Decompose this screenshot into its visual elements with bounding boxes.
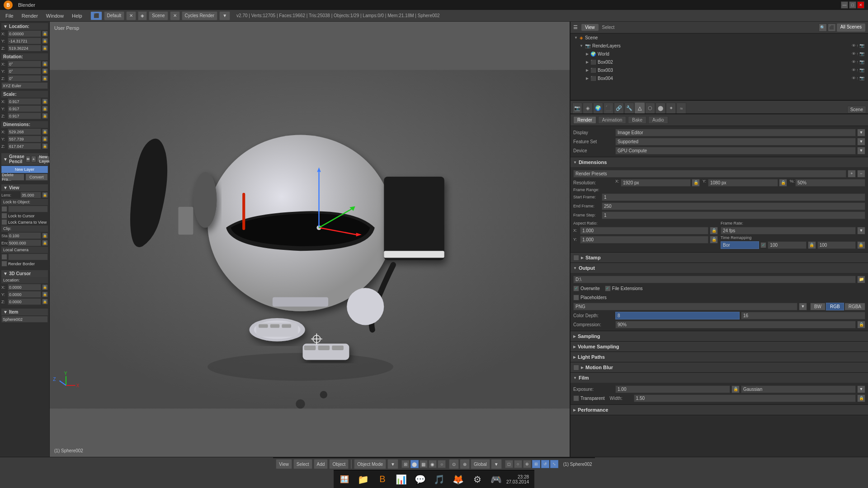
material-btn[interactable]: ◉: [429, 460, 437, 468]
scale-x[interactable]: 0.917: [8, 98, 41, 105]
bor-field[interactable]: Bor: [721, 241, 759, 249]
dimensions-header[interactable]: ▼ Dimensions: [571, 157, 868, 167]
old-field[interactable]: 100: [768, 241, 806, 249]
taskbar-app8[interactable]: 🎮: [487, 471, 505, 488]
clip-start-value[interactable]: 0.100: [8, 232, 41, 239]
maximize-button[interactable]: □: [849, 1, 856, 9]
wireframe-btn[interactable]: ⊞: [401, 460, 410, 468]
lock-to-object-field[interactable]: [8, 206, 48, 212]
props-tab-material[interactable]: ⬡: [645, 103, 655, 113]
resolution-x[interactable]: 1920 px: [621, 179, 691, 187]
props-tab-modifiers[interactable]: 🔧: [624, 103, 634, 113]
rotation-z-lock[interactable]: 🔒: [42, 75, 48, 81]
color-mode-bw[interactable]: BW: [810, 303, 826, 310]
render-presets-value[interactable]: Render Presets: [573, 170, 846, 178]
color-mode-rgb[interactable]: RGB: [826, 303, 844, 310]
texture-btn[interactable]: ▦: [420, 460, 428, 468]
aspect-y[interactable]: 1.000: [580, 236, 708, 244]
render-btn[interactable]: ○: [438, 460, 446, 468]
location-y-lock[interactable]: 🔒: [42, 38, 48, 44]
location-z-lock[interactable]: 🔒: [42, 45, 48, 51]
display-dropdown-btn[interactable]: ▼: [857, 129, 865, 136]
solid-btn[interactable]: ⬤: [410, 460, 419, 468]
location-z[interactable]: 519.36224: [8, 45, 41, 52]
resolution-pct[interactable]: 50%: [795, 179, 865, 187]
scene-item-world[interactable]: ▶ 🌍 World 👁 ↑ 📷: [571, 50, 868, 58]
start-frame[interactable]: 1: [602, 193, 865, 201]
rotation-mode[interactable]: XYZ Euler: [1, 82, 48, 89]
taskbar-app2[interactable]: B: [373, 471, 392, 488]
proportional-btn[interactable]: ○: [514, 460, 522, 468]
location-y[interactable]: -14.31721: [8, 38, 41, 44]
aspect-x-lock[interactable]: 🔒: [710, 227, 718, 235]
engine-select[interactable]: Cycles Render: [182, 11, 218, 20]
color-mode-rgba[interactable]: RGBA: [844, 303, 865, 310]
taskbar-start[interactable]: 🪟: [335, 471, 354, 488]
props-tab-object[interactable]: ⬛: [604, 103, 613, 113]
scale-x-lock[interactable]: 🔒: [42, 99, 48, 104]
frame-step[interactable]: 1: [602, 211, 865, 219]
rotate-widget-btn[interactable]: ↺: [541, 460, 549, 468]
props-tab-scene[interactable]: ◈: [583, 103, 593, 113]
grease-pencil-draw-btn[interactable]: ✏: [26, 156, 30, 162]
scene-item-scene[interactable]: ▼ ◈ Scene: [571, 33, 868, 42]
outliner-tab-allscenes[interactable]: All Scenes: [837, 23, 865, 32]
add-menu-btn[interactable]: Add: [314, 459, 328, 469]
pivot-btn[interactable]: ⊙: [449, 459, 459, 469]
editor-type-btn[interactable]: ⬛: [90, 11, 102, 20]
clip-end-value[interactable]: 5000.000: [8, 239, 41, 246]
select-menu-btn[interactable]: Select: [293, 459, 312, 469]
props-tab-texture[interactable]: ⬤: [656, 103, 665, 113]
props-scene-label[interactable]: Scene: [847, 106, 866, 113]
dim-x[interactable]: 529.268: [8, 128, 41, 135]
dim-y[interactable]: 557.739: [8, 136, 41, 142]
compression-lock[interactable]: 🔒: [857, 321, 865, 328]
taskbar-app6[interactable]: 🦊: [449, 471, 467, 488]
width-value[interactable]: 1.50: [634, 394, 856, 402]
location-x-lock[interactable]: 🔒: [42, 31, 48, 37]
scale-z-lock[interactable]: 🔒: [42, 113, 48, 119]
new-field[interactable]: 100: [817, 241, 856, 249]
rotation-z[interactable]: 0°: [8, 75, 41, 82]
dim-z[interactable]: 617.047: [8, 143, 41, 150]
taskbar-app7[interactable]: ⚙: [468, 471, 486, 488]
menu-help[interactable]: Help: [68, 12, 86, 19]
lock-to-object-checkbox[interactable]: [1, 206, 7, 212]
filter-dropdown[interactable]: ▼: [857, 385, 865, 393]
render-tab-animation[interactable]: Animation: [598, 116, 626, 124]
format-dropdown[interactable]: ▼: [799, 303, 807, 310]
motion-blur-checkbox[interactable]: [573, 365, 579, 371]
render-border-checkbox[interactable]: [1, 261, 7, 267]
filter-type[interactable]: Gaussian: [741, 385, 856, 393]
volume-sampling-header[interactable]: ▶ Volume Sampling: [571, 342, 868, 352]
exposure-value[interactable]: 1.00: [615, 385, 730, 393]
feature-set-value[interactable]: Supported: [615, 138, 856, 145]
resolution-y[interactable]: 1080 px: [708, 179, 778, 187]
rotation-y-lock[interactable]: 🔒: [42, 68, 48, 74]
new-layer-button[interactable]: New Layer: [1, 166, 48, 173]
scene-label[interactable]: Scene: [149, 11, 168, 20]
3d-viewport[interactable]: User Persp: [50, 22, 570, 457]
delete-frame-button[interactable]: Delete Fra...: [1, 174, 24, 181]
scene-item-box002[interactable]: ▶ ⬛ Box002 👁 ↑ 📷: [571, 58, 868, 66]
outliner-scene-btn[interactable]: ⬛: [828, 23, 836, 32]
feature-set-dropdown[interactable]: ▼: [857, 138, 865, 145]
props-tab-world[interactable]: 🌍: [593, 103, 603, 113]
engine-toggle[interactable]: ▼: [219, 11, 230, 20]
local-camera-checkbox[interactable]: [1, 254, 7, 260]
placeholders-checkbox[interactable]: [573, 295, 579, 300]
output-header[interactable]: ▼ Output: [571, 263, 868, 273]
compression-value[interactable]: 90%: [615, 321, 856, 328]
resolution-y-lock[interactable]: 🔒: [779, 179, 787, 187]
props-tab-physics[interactable]: ≈: [676, 103, 686, 113]
overwrite-checkbox[interactable]: [573, 286, 579, 291]
grease-pencil-add-btn[interactable]: +: [31, 156, 36, 162]
rotation-x[interactable]: 0°: [8, 61, 41, 67]
lock-camera-checkbox[interactable]: [1, 219, 7, 225]
output-path[interactable]: D:\: [573, 276, 856, 283]
aspect-y-lock[interactable]: 🔒: [710, 236, 718, 244]
performance-header[interactable]: ▶ Performance: [571, 405, 868, 415]
cursor-x[interactable]: 0.0000: [8, 284, 41, 291]
lens-value[interactable]: 35.000: [20, 192, 41, 198]
titlebar-controls[interactable]: — □ ✕: [841, 1, 864, 9]
